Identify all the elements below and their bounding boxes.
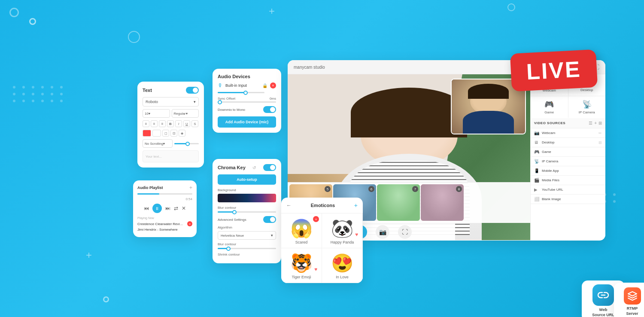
source-thumb-3[interactable]: 7 [377,184,420,221]
source-item-youtube[interactable]: ▶ YouTube URL [531,185,605,195]
emo-item-tiger[interactable]: 🐯 Tiger Emoji ♥ [281,248,322,283]
shrink-label: Shrink contour [218,253,276,256]
screenshot-btn[interactable]: 📷 [376,225,389,239]
blur-slider-2[interactable] [218,248,276,249]
scared-label: Scared [295,240,308,244]
background-gradient [218,194,276,202]
algorithm-select[interactable]: Helvetica Neue ▾ [218,231,276,240]
font-weight-select[interactable]: Regular▾ [172,109,199,118]
ipcam-source-icon: 📡 [534,159,539,164]
chroma-toggle[interactable] [263,164,276,171]
source-item-mobileapp[interactable]: 📱 Mobile App [531,166,605,176]
source-number-1: 5 [325,186,331,192]
color-picker-btn[interactable]: ◻ [162,130,169,137]
desktop-source-edit[interactable]: ⊞ [598,140,602,145]
add-device-btn[interactable]: Add Audio Device (mic) [218,116,276,128]
source-number-2: 6 [368,186,374,192]
play-btn[interactable]: ⏸ [152,204,162,213]
lock-icon: 🔒 [262,83,267,88]
text-bg-swatch[interactable] [152,130,161,137]
emo-back-btn[interactable]: ← [286,202,292,208]
prev-btn[interactable]: ⏮ [144,205,149,211]
bold-btn[interactable]: B [167,120,174,127]
emo-item-scared[interactable]: 😱 Scared × [281,213,322,248]
align-center-btn[interactable]: ≡ [151,120,158,127]
next-btn[interactable]: ⏭ [165,205,170,211]
auto-setup-btn[interactable]: Auto-setup [218,174,276,185]
webcam-source-label: Webcam [542,131,596,135]
live-badge: LIVE [510,49,598,91]
font-size-select[interactable]: 10▾ [143,109,170,118]
scroll-slider[interactable] [174,143,199,144]
vs-add-icon[interactable]: + [594,121,597,125]
remove-track-btn[interactable]: ✕ [182,205,186,211]
rtmp-icon [627,291,638,301]
blur-contour-label-2: Blur contour [218,242,276,246]
audio-devices-panel: Audio Devices 🎙 Built-in Input 🔒 × Sync … [213,69,281,133]
reset-icon[interactable]: ↺ [252,165,256,170]
remove-track-1-btn[interactable]: × [187,221,192,226]
scroll-select[interactable]: No Scrolling▾ [143,139,173,148]
downmix-toggle[interactable] [263,106,276,113]
inlove-label: In Love [336,275,349,279]
source-item-game[interactable]: 🎮 Game [531,147,605,157]
text-color-swatch[interactable] [143,130,151,137]
source-thumb-4[interactable]: 8 [421,184,464,221]
game-source-label: Game [542,150,602,154]
advanced-settings-label: Advanced Settings [218,218,246,222]
mic-icon: 🎙 [218,82,223,88]
remove-scared-btn[interactable]: × [313,216,319,222]
strikethrough-btn[interactable]: S [191,120,198,127]
webcam-source-edit[interactable]: ✏ [598,131,602,135]
font-select[interactable]: Roboto ▾ [143,97,199,107]
align-right-btn[interactable]: ≡ [159,120,166,127]
emo-item-happypanda[interactable]: 🐼 Happy Panda ♥ [322,213,363,248]
source-item-webcam[interactable]: 📷 Webcam ✏ [531,128,605,138]
ipcam-tab-label: IP Camera [579,110,595,114]
link-icon [597,289,609,301]
advanced-toggle[interactable] [263,216,276,223]
source-tab-ipcam[interactable]: 📡 IP Camera [568,96,606,118]
emo-add-btn[interactable]: + [354,202,358,209]
text-toggle[interactable] [186,87,199,94]
vs-icons: ☰ + ⊞ [589,121,602,125]
align-left-btn[interactable]: ≡ [143,120,149,127]
source-item-blank[interactable]: ⬜ Blank Image [531,195,605,204]
algorithm-label: Algorithm [218,226,276,229]
source-tab-game[interactable]: 🎮 Game [531,96,568,118]
volume-slider[interactable] [218,92,264,93]
tiger-emoji: 🐯 [290,253,313,273]
rtmp-panel[interactable]: RTMPServer [614,283,644,317]
chroma-key-panel: Chroma Key ↺ Auto-setup Background Blur … [213,159,281,263]
desktop-source-label: Desktop [542,140,596,144]
mobileapp-source-label: Mobile App [542,169,602,173]
source-item-mediafiles[interactable]: 🎬 Media Files [531,176,605,185]
expand-btn[interactable]: ⛶ [398,225,412,239]
shuffle-btn[interactable]: ⇄ [174,205,178,211]
blur-slider[interactable] [218,211,276,213]
now-playing-label: Playing Now [137,216,192,219]
tiger-heart: ♥ [314,266,317,272]
mediafiles-source-label: Media Files [542,178,602,182]
vs-list-icon[interactable]: ☰ [589,121,592,125]
source-item-ipcam[interactable]: 📡 IP Camera [531,157,605,166]
sync-offset-value: 0ms [270,97,276,101]
shadow-btn[interactable]: ◈ [179,130,185,137]
deco-plus-1: + [269,5,275,17]
underline-btn[interactable]: U [183,120,190,127]
emo-item-inlove[interactable]: 😍 In Love [322,248,363,283]
vs-grid-icon[interactable]: ⊞ [598,121,602,125]
chroma-key-title: Chroma Key [218,165,246,170]
playlist-add-icon[interactable]: + [189,185,192,191]
rtmp-label: RTMPServer [626,306,638,316]
sync-offset-slider[interactable] [218,101,276,103]
mediafiles-source-icon: 🎬 [534,178,539,183]
background-label: Background [218,188,276,192]
source-number-4: 8 [456,186,462,192]
italic-btn[interactable]: I [175,120,182,127]
remove-device-btn[interactable]: × [270,82,276,88]
emoticons-title: Emoticons [311,203,335,208]
playlist-volume-slider[interactable] [137,193,192,195]
opacity-btn[interactable]: ⊡ [170,130,177,137]
source-item-desktop[interactable]: 🖥 Desktop ⊞ [531,138,605,147]
